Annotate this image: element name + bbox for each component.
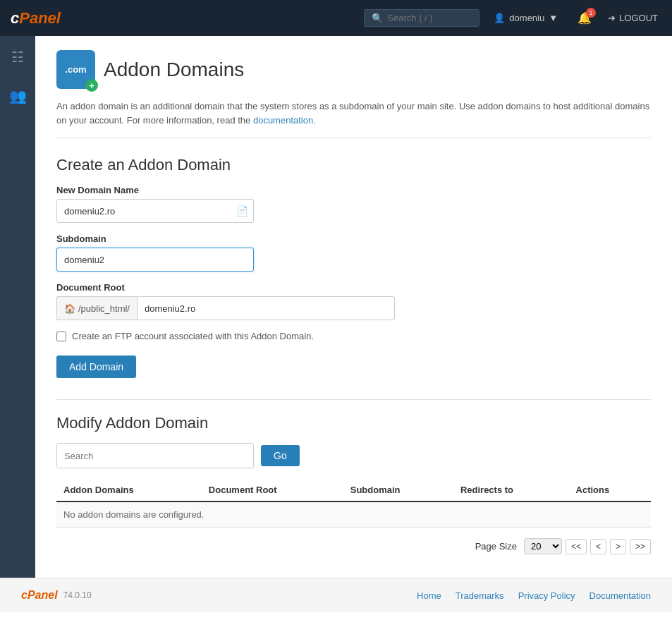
search-icon: 🔍: [372, 13, 383, 23]
addon-domains-table: Addon Domains Document Root Subdomain Re…: [56, 479, 651, 528]
ftp-checkbox-row: Create an FTP account associated with th…: [56, 331, 651, 341]
table-header: Addon Domains Document Root Subdomain Re…: [56, 479, 651, 502]
doc-root-label: Document Root: [56, 282, 651, 293]
new-domain-input-wrapper: 📄: [56, 199, 254, 223]
logout-label: LOGOUT: [619, 13, 658, 23]
footer: cPanel 74.0.10 Home Trademarks Privacy P…: [0, 578, 672, 612]
footer-link-documentation[interactable]: Documentation: [589, 590, 651, 601]
table-body: No addon domains are configured.: [56, 502, 651, 528]
search-row: Go: [56, 443, 651, 468]
new-domain-input[interactable]: [56, 199, 254, 223]
doc-root-prefix: 🏠 /public_html/: [56, 296, 137, 320]
page-title: Addon Domains: [104, 59, 244, 81]
home-icon: 🏠: [64, 303, 75, 314]
col-subdomain: Subdomain: [343, 479, 453, 502]
notifications-bell[interactable]: 🔔 1: [578, 11, 592, 25]
plus-badge: +: [85, 79, 98, 92]
page-size-label: Page Size: [475, 541, 517, 552]
footer-link-privacy[interactable]: Privacy Policy: [518, 590, 575, 601]
logout-icon: ➔: [608, 13, 616, 23]
search-bar[interactable]: 🔍: [364, 9, 479, 27]
user-name: domeniu: [509, 13, 544, 23]
subdomain-group: Subdomain: [56, 233, 651, 272]
description: An addon domain is an additional domain …: [56, 99, 651, 138]
description-text-2: .: [313, 115, 316, 126]
main-content: .com + Addon Domains An addon domain is …: [35, 36, 672, 578]
new-domain-group: New Domain Name 📄: [56, 185, 651, 223]
add-domain-button[interactable]: Add Domain: [56, 355, 136, 378]
modify-search-input[interactable]: [56, 443, 254, 468]
description-text-1: An addon domain is an additional domain …: [56, 101, 649, 126]
addon-domain-icon: .com +: [56, 50, 95, 89]
logout-button[interactable]: ➔ LOGOUT: [604, 13, 661, 23]
new-domain-label: New Domain Name: [56, 185, 651, 195]
ftp-checkbox[interactable]: [56, 332, 66, 341]
pagination-first-button[interactable]: <<: [566, 539, 587, 554]
domain-input-icon: 📄: [236, 205, 248, 217]
doc-root-group: Document Root 🏠 /public_html/: [56, 282, 651, 320]
footer-logo: cPanel: [21, 589, 58, 602]
pagination-row: Page Size 10 20 50 100 << < > >>: [56, 538, 651, 554]
create-section-title: Create an Addon Domain: [56, 156, 651, 174]
page-size-wrapper: 10 20 50 100: [524, 538, 562, 554]
modify-section-title: Modify Addon Domain: [56, 414, 651, 432]
pagination-last-button[interactable]: >>: [630, 539, 651, 554]
sidebar-users-icon[interactable]: 👥: [4, 82, 32, 110]
table-header-row: Addon Domains Document Root Subdomain Re…: [56, 479, 651, 502]
no-data-message: No addon domains are configured.: [56, 502, 651, 528]
search-input[interactable]: [387, 13, 472, 23]
notification-count: 1: [586, 8, 596, 18]
layout: ☷ 👥 .com + Addon Domains An addon domain…: [0, 36, 672, 578]
footer-logo-area: cPanel 74.0.10: [21, 589, 92, 602]
pagination-prev-button[interactable]: <: [590, 539, 606, 554]
footer-link-trademarks[interactable]: Trademarks: [456, 590, 504, 601]
user-icon: 👤: [494, 13, 505, 23]
col-addon-domains: Addon Domains: [56, 479, 202, 502]
cpanel-logo: cPanel: [11, 9, 61, 28]
doc-root-input[interactable]: [137, 296, 395, 320]
user-menu[interactable]: 👤 domeniu ▼: [487, 13, 565, 23]
doc-root-prefix-text: /public_html/: [78, 303, 130, 314]
col-actions: Actions: [569, 479, 651, 502]
subdomain-label: Subdomain: [56, 233, 651, 244]
page-title-row: .com + Addon Domains: [56, 50, 651, 89]
page-size-select[interactable]: 10 20 50 100: [524, 538, 562, 554]
modify-section: Modify Addon Domain Go Addon Domains Doc…: [56, 399, 651, 554]
pagination-next-button[interactable]: >: [610, 539, 626, 554]
subdomain-input[interactable]: [56, 248, 254, 272]
sidebar-grid-icon[interactable]: ☷: [6, 43, 30, 71]
table-row-empty: No addon domains are configured.: [56, 502, 651, 528]
footer-link-home[interactable]: Home: [417, 590, 441, 601]
col-redirects-to: Redirects to: [453, 479, 569, 502]
chevron-down-icon: ▼: [549, 13, 558, 23]
footer-version: 74.0.10: [63, 590, 92, 600]
header: cPanel 🔍 👤 domeniu ▼ 🔔 1 ➔ LOGOUT: [0, 0, 672, 36]
sidebar: ☷ 👥: [0, 36, 35, 578]
doc-root-row: 🏠 /public_html/: [56, 296, 395, 320]
footer-links: Home Trademarks Privacy Policy Documenta…: [417, 590, 651, 601]
ftp-checkbox-label: Create an FTP account associated with th…: [72, 331, 314, 341]
go-button[interactable]: Go: [261, 445, 300, 466]
col-document-root: Document Root: [202, 479, 343, 502]
documentation-link[interactable]: documentation: [253, 115, 313, 126]
icon-text: .com: [65, 64, 86, 75]
